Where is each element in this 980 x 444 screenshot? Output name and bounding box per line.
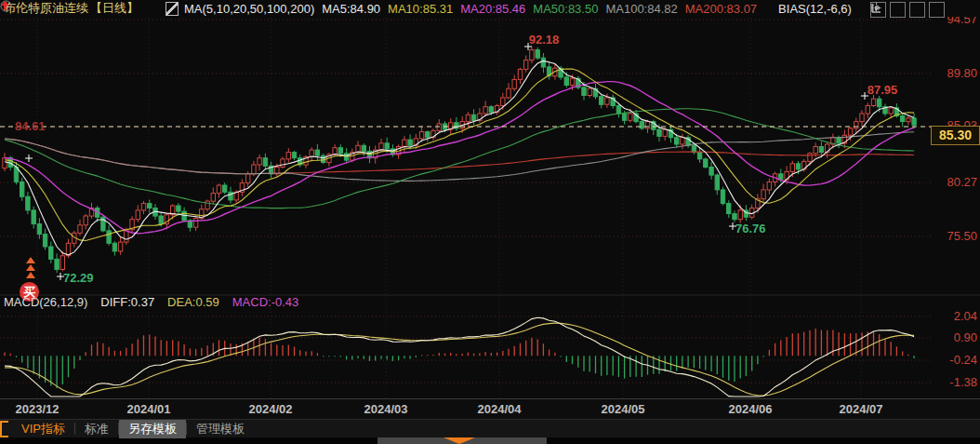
ma50-value: MA50:83.50	[533, 2, 598, 16]
tab-vip-indicator[interactable]: VIP指标	[12, 420, 74, 438]
time-axis: 2023/12 2024/01 2024/02 2024/03 2024/04 …	[0, 398, 980, 419]
macd-tick-1: 2.04	[925, 310, 979, 323]
december-low-label: 72.29	[63, 272, 94, 285]
macd-dea-value: DEA:0.59	[167, 295, 219, 309]
ma200-value: MA200:83.07	[685, 2, 757, 16]
buy-arrow-icon	[26, 264, 35, 271]
ma5-value: MA5:84.90	[322, 2, 380, 16]
month-label: 2024/05	[586, 402, 660, 416]
axis-play-icon[interactable]	[909, 2, 925, 18]
ma100-value: MA100:84.82	[605, 2, 677, 16]
signal-up-arrow-icon	[764, 3, 775, 15]
month-label: 2024/03	[349, 402, 423, 416]
tab-fragment[interactable]	[0, 421, 8, 437]
axis-up-icon[interactable]	[890, 2, 906, 18]
month-label: 2024/04	[462, 402, 536, 416]
macd-hist-value: MACD:-0.43	[232, 295, 299, 309]
chart-app-window: 布伦特原油连续【日线】 MA(5,10,20,50,100,200) MA5:8…	[0, 0, 980, 444]
ma10-value: MA10:85.31	[388, 2, 453, 16]
month-label: 2024/06	[713, 402, 788, 416]
ma-group-label: MA(5,10,20,50,100,200)	[184, 2, 314, 16]
tab-manage-template[interactable]: 管理模板	[187, 420, 254, 438]
template-tab-bar: VIP指标 标准 另存模板 管理模板	[0, 419, 980, 437]
current-price-box: 85.30	[931, 126, 980, 145]
month-label: 2024/01	[112, 402, 186, 416]
price-tick-2: 89.80	[925, 67, 979, 80]
indicator-header-bar: 布伦特原油连续【日线】 MA(5,10,20,50,100,200) MA5:8…	[0, 0, 980, 17]
june-low-label: 76.76	[735, 222, 766, 235]
month-label: 2023/12	[0, 402, 74, 416]
macd-tick-3: -0.24	[925, 354, 979, 367]
macd-tick-4: -1.38	[925, 376, 979, 389]
macd-header: MACD(26,12,9) DIFF:0.37 DEA:0.59 MACD:-0…	[4, 295, 298, 309]
chart-canvas[interactable]	[0, 0, 980, 444]
macd-tick-2: 0.90	[925, 331, 979, 344]
price-tick-4: 80.27	[925, 176, 979, 189]
buy-arrow-icon	[26, 272, 35, 278]
tab-save-template[interactable]: 另存模板	[119, 420, 186, 438]
expand-right-icon[interactable]	[929, 2, 945, 18]
settlement-price-label: 84.61	[15, 120, 46, 133]
macd-diff-value: DIFF:0.37	[100, 295, 154, 309]
taskbar-strip	[0, 437, 980, 444]
month-label: 2024/02	[233, 402, 308, 416]
collapse-icon[interactable]	[146, 3, 158, 15]
taskbar-notification-arrow-icon[interactable]	[444, 437, 475, 444]
price-tick-5: 75.50	[925, 230, 979, 243]
month-label: 2024/07	[824, 402, 898, 416]
indicator-settings-icon[interactable]	[166, 2, 179, 16]
ma20-value: MA20:85.46	[460, 2, 525, 16]
bias-label: BIAS(12,-6,6)	[778, 2, 852, 16]
chart-toolbar	[870, 2, 945, 18]
macd-title: MACD(26,12,9)	[4, 295, 87, 309]
tab-standard[interactable]: 标准	[75, 420, 118, 438]
buy-arrow-icon	[26, 257, 35, 263]
instrument-title: 布伦特原油连续	[4, 0, 88, 17]
april-high-label: 92.18	[521, 34, 567, 47]
july-high-label: 87.95	[857, 84, 907, 97]
period-label: 【日线】	[90, 0, 139, 17]
